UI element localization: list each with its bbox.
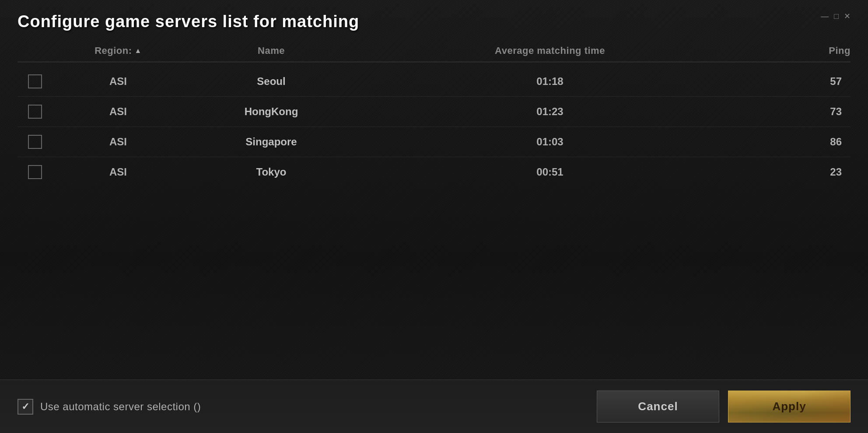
row-region-3: ASI	[52, 136, 184, 148]
auto-select-area: Use automatic server selection ()	[18, 399, 586, 415]
main-window: Configure game servers list for matching…	[0, 0, 868, 433]
cancel-button[interactable]: Cancel	[597, 391, 719, 422]
row-avg-time-3: 01:03	[359, 136, 741, 148]
footer: Use automatic server selection () Cancel…	[0, 380, 868, 433]
row-checkbox-cell	[18, 135, 52, 149]
minimize-button[interactable]: —	[821, 12, 829, 20]
row-ping-3: 86	[741, 136, 850, 148]
ping-header-label: Ping	[829, 45, 850, 56]
server-checkbox-3[interactable]	[28, 135, 42, 149]
table-row: ASI Seoul 01:18 57	[18, 67, 850, 97]
row-name-3: Singapore	[184, 136, 359, 148]
row-name-1: Seoul	[184, 75, 359, 88]
region-header-label: Region:	[94, 45, 132, 56]
row-avg-time-1: 01:18	[359, 75, 741, 88]
name-header-label: Name	[258, 45, 285, 56]
row-checkbox-cell	[18, 105, 52, 119]
table-row: ASI Tokyo 00:51 23	[18, 157, 850, 187]
row-ping-2: 73	[741, 106, 850, 118]
row-ping-1: 57	[741, 75, 850, 88]
server-checkbox-1[interactable]	[28, 74, 42, 88]
ping-header[interactable]: Ping	[741, 45, 850, 56]
row-region-2: ASI	[52, 106, 184, 118]
avg-time-header[interactable]: Average matching time	[359, 45, 741, 56]
auto-select-checkbox[interactable]	[18, 399, 33, 415]
server-table: Region: ▲ Name Average matching time Pin…	[0, 40, 868, 380]
sort-arrow-icon: ▲	[135, 47, 142, 55]
table-header: Region: ▲ Name Average matching time Pin…	[18, 40, 850, 62]
row-avg-time-2: 01:23	[359, 106, 741, 118]
row-region-1: ASI	[52, 75, 184, 88]
auto-select-label[interactable]: Use automatic server selection ()	[40, 401, 201, 413]
row-ping-4: 23	[741, 166, 850, 178]
checkbox-header-cell	[18, 45, 52, 56]
row-name-2: HongKong	[184, 106, 359, 118]
region-header[interactable]: Region: ▲	[52, 45, 184, 56]
row-region-4: ASI	[52, 166, 184, 178]
dialog-title: Configure game servers list for matching	[18, 12, 359, 31]
window-controls: — □ ✕	[821, 12, 850, 20]
table-body: ASI Seoul 01:18 57 ASI HongKong 01:23 73…	[18, 67, 850, 187]
row-checkbox-cell	[18, 165, 52, 179]
row-name-4: Tokyo	[184, 166, 359, 178]
table-row: ASI HongKong 01:23 73	[18, 97, 850, 127]
footer-buttons: Cancel Apply	[597, 391, 850, 422]
maximize-button[interactable]: □	[834, 12, 839, 20]
row-avg-time-4: 00:51	[359, 166, 741, 178]
server-checkbox-4[interactable]	[28, 165, 42, 179]
apply-button[interactable]: Apply	[728, 391, 850, 422]
name-header[interactable]: Name	[184, 45, 359, 56]
server-checkbox-2[interactable]	[28, 105, 42, 119]
avg-time-header-label: Average matching time	[495, 45, 605, 56]
title-bar: Configure game servers list for matching…	[0, 0, 868, 40]
row-checkbox-cell	[18, 74, 52, 88]
table-row: ASI Singapore 01:03 86	[18, 127, 850, 157]
close-button[interactable]: ✕	[844, 12, 850, 20]
